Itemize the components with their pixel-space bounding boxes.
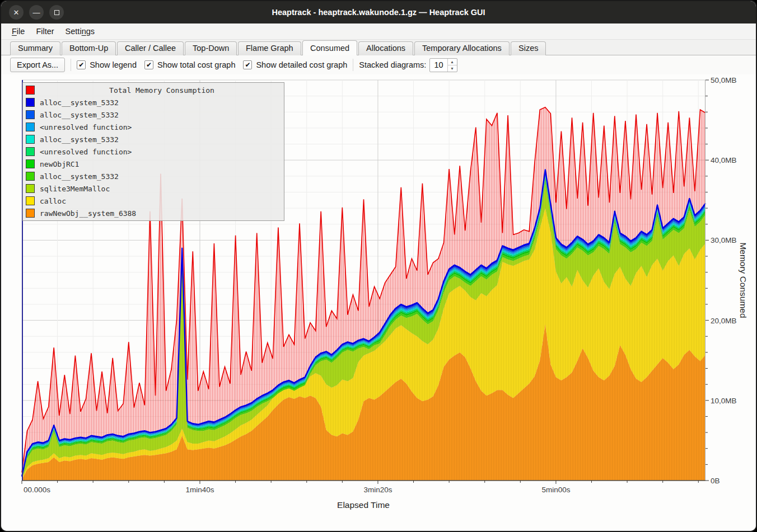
legend-swatch (26, 184, 35, 193)
legend-label: alloc__system_5332 (40, 111, 119, 119)
x-tick-label: 00.000s (24, 486, 50, 494)
legend-label: sqlite3MemMalloc (40, 185, 110, 193)
checkbox-label: Show total cost graph (157, 60, 235, 69)
menu-item-filter[interactable]: Filter (31, 25, 59, 37)
legend-swatch (26, 147, 35, 156)
legend-swatch (26, 86, 35, 95)
x-tick-label: 3min20s (363, 486, 392, 494)
menu-item-file[interactable]: File (7, 25, 30, 37)
checkbox-label: Show detailed cost graph (256, 60, 347, 69)
legend-label: newObjRC1 (40, 160, 79, 168)
spinner-up-icon[interactable]: ▲ (448, 59, 457, 65)
legend-swatch (26, 110, 35, 119)
legend-item: alloc__system_5332 (23, 133, 284, 145)
window-controls: ✕ — (9, 5, 64, 20)
y-axis-title: Memory Consumed (738, 242, 748, 318)
checkbox-show-detailed-cost-graph[interactable]: ✔Show detailed cost graph (243, 60, 347, 69)
legend-item: alloc__system_5332 (23, 96, 284, 109)
tab-sizes[interactable]: Sizes (511, 41, 546, 55)
legend-swatch (26, 123, 35, 131)
tab-summary[interactable]: Summary (10, 41, 60, 55)
tab-bar: SummaryBottom-UpCaller / CalleeTop-DownF… (1, 40, 756, 55)
stacked-diagrams-spinner[interactable]: 10 ▲ ▼ (429, 58, 457, 72)
toolbar: Export As... ✔Show legend✔Show total cos… (1, 55, 756, 74)
memory-consumption-chart: Total Memory Consumptionalloc__system_53… (1, 74, 757, 532)
tab-temporary-allocations[interactable]: Temporary Allocations (414, 41, 510, 55)
legend-swatch (26, 209, 35, 218)
legend-label: rawNewObj__system_6388 (40, 209, 136, 218)
legend-label: calloc (40, 197, 66, 205)
stacked-diagrams-value[interactable]: 10 (430, 59, 447, 72)
tab-caller-callee[interactable]: Caller / Callee (117, 41, 184, 55)
legend-swatch (26, 196, 35, 205)
y-tick-label: 20,0MB (711, 316, 737, 324)
x-tick-label: 5min00s (541, 486, 570, 494)
close-icon[interactable]: ✕ (9, 5, 24, 20)
y-tick-label: 0B (711, 477, 720, 485)
legend-item: alloc__system_5332 (23, 170, 284, 182)
y-tick-label: 50,0MB (711, 76, 737, 84)
window-title: Heaptrack - heaptrack.wakunode.1.gz — He… (1, 8, 756, 17)
checkbox-box[interactable]: ✔ (144, 60, 153, 69)
menu-bar: FileFilterSettings (1, 23, 756, 40)
legend-item: sqlite3MemMalloc (23, 182, 284, 195)
stacked-diagrams-label: Stacked diagrams: (359, 60, 426, 69)
legend-title-row: Total Memory Consumption (23, 84, 284, 96)
legend-swatch (26, 98, 35, 107)
legend-item: alloc__system_5332 (23, 109, 284, 121)
legend-label: <unresolved function> (40, 148, 132, 156)
y-tick-label: 10,0MB (711, 396, 737, 404)
checkbox-label: Show legend (90, 60, 137, 69)
checkbox-box[interactable]: ✔ (77, 60, 86, 69)
tab-top-down[interactable]: Top-Down (185, 41, 237, 55)
spinner-arrows: ▲ ▼ (447, 59, 457, 72)
app-window: ✕ — Heaptrack - heaptrack.wakunode.1.gz … (0, 0, 757, 532)
spinner-down-icon[interactable]: ▼ (448, 65, 457, 72)
tab-consumed[interactable]: Consumed (302, 40, 357, 55)
tab-allocations[interactable]: Allocations (358, 41, 413, 55)
minimize-icon[interactable]: — (29, 5, 44, 20)
toolbar-separator (71, 59, 71, 71)
legend-item: newObjRC1 (23, 158, 284, 170)
legend-title: Total Memory Consumption (40, 86, 284, 95)
x-axis-title: Elapsed Time (337, 500, 390, 510)
title-bar: ✕ — Heaptrack - heaptrack.wakunode.1.gz … (1, 1, 756, 23)
chart-legend: Total Memory Consumptionalloc__system_53… (22, 82, 284, 221)
legend-item: <unresolved function> (23, 145, 284, 158)
legend-label: <unresolved function> (40, 123, 132, 131)
toolbar-separator (353, 59, 353, 71)
legend-label: alloc__system_5332 (40, 172, 119, 181)
legend-swatch (26, 135, 35, 144)
maximize-icon[interactable] (49, 5, 64, 20)
menu-item-settings[interactable]: Settings (60, 25, 100, 37)
legend-item: rawNewObj__system_6388 (23, 207, 284, 219)
tab-bottom-up[interactable]: Bottom-Up (62, 41, 116, 55)
export-as-button[interactable]: Export As... (10, 58, 65, 72)
x-tick-label: 1min40s (185, 486, 214, 494)
checkbox-show-total-cost-graph[interactable]: ✔Show total cost graph (144, 60, 235, 69)
legend-label: alloc__system_5332 (40, 98, 119, 107)
tab-flame-graph[interactable]: Flame Graph (238, 41, 301, 55)
legend-item: calloc (23, 195, 284, 207)
y-tick-label: 30,0MB (711, 236, 737, 244)
checkbox-show-legend[interactable]: ✔Show legend (77, 60, 137, 69)
checkbox-box[interactable]: ✔ (243, 60, 252, 69)
y-tick-label: 40,0MB (711, 156, 737, 164)
legend-item: <unresolved function> (23, 121, 284, 133)
legend-label: alloc__system_5332 (40, 135, 119, 144)
legend-swatch (26, 159, 35, 168)
legend-swatch (26, 172, 35, 181)
